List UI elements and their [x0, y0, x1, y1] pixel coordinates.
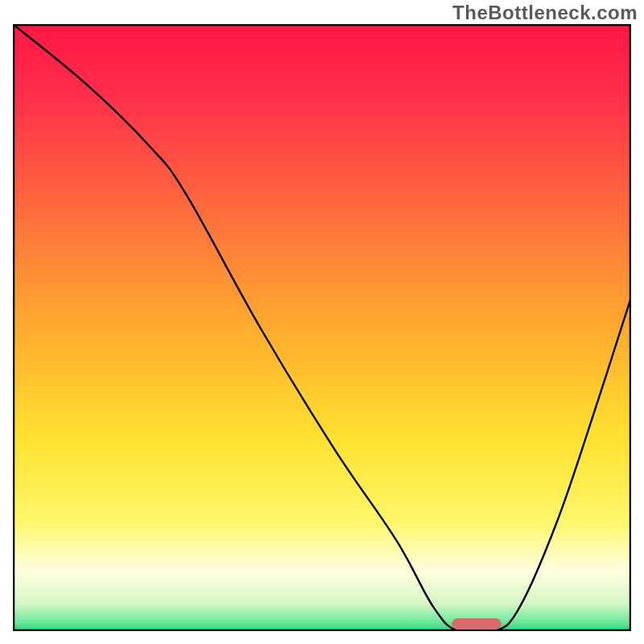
chart-svg — [13, 24, 631, 631]
optimal-range-marker — [452, 618, 501, 630]
watermark-text: TheBottleneck.com — [452, 2, 638, 24]
plot-area — [13, 24, 631, 631]
gradient-background — [13, 24, 631, 631]
chart-frame: TheBottleneck.com — [0, 0, 644, 644]
